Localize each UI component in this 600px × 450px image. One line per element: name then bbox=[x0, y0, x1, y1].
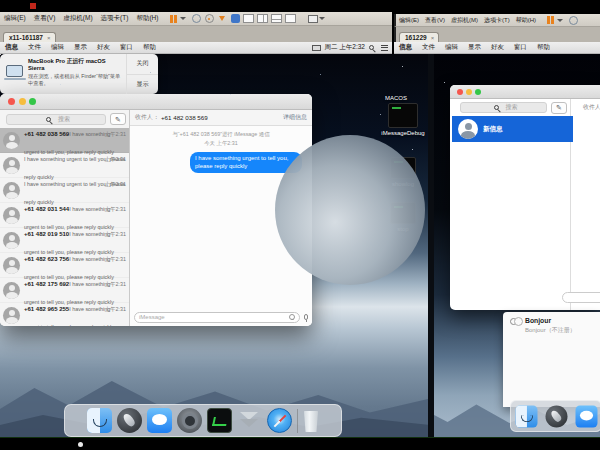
menu-edit[interactable]: 编辑(E) bbox=[4, 14, 26, 23]
menu-view[interactable]: 查看(V) bbox=[34, 14, 56, 23]
tab-close-icon[interactable]: × bbox=[431, 35, 435, 41]
snapshot-take-icon[interactable] bbox=[218, 14, 227, 23]
avatar bbox=[3, 307, 20, 324]
finder-icon[interactable] bbox=[87, 408, 112, 433]
search-input[interactable]: 搜索 bbox=[6, 114, 106, 125]
launchpad-icon[interactable] bbox=[117, 408, 142, 433]
notification-show-button[interactable]: 显示 bbox=[127, 75, 158, 95]
safari-icon[interactable] bbox=[267, 408, 292, 433]
menubar-buddies[interactable]: 好友 bbox=[491, 43, 504, 52]
notification-center-icon[interactable] bbox=[381, 45, 388, 51]
display-menu-icon[interactable] bbox=[312, 45, 321, 51]
pause-button[interactable] bbox=[547, 16, 554, 24]
titlebar[interactable] bbox=[450, 85, 600, 99]
recording-indicator bbox=[30, 3, 36, 9]
avatar bbox=[3, 207, 20, 224]
vm-tab[interactable]: x11-161187 × bbox=[3, 32, 56, 42]
minimize-window-icon[interactable] bbox=[19, 98, 26, 105]
menu-vm[interactable]: 虚拟机(M) bbox=[63, 14, 92, 23]
notification-title: MacBook Pro 正运行 macOS Sierra bbox=[28, 58, 123, 72]
menubar-file[interactable]: 文件 bbox=[28, 43, 41, 52]
row-number: +61 482 965 255 bbox=[24, 306, 69, 312]
menu-edit[interactable]: 编辑(E) bbox=[399, 16, 419, 25]
system-preferences-icon[interactable] bbox=[177, 408, 202, 433]
message-input[interactable] bbox=[562, 292, 600, 303]
pause-dropdown-icon[interactable] bbox=[557, 19, 563, 22]
menu-view[interactable]: 查看(V) bbox=[425, 16, 445, 25]
search-input[interactable]: 搜索 bbox=[460, 102, 547, 113]
menu-tabs[interactable]: 选项卡(T) bbox=[484, 16, 510, 25]
fullscreen-dropdown-icon[interactable] bbox=[319, 17, 325, 20]
zoom-window-icon[interactable] bbox=[29, 98, 36, 105]
console-view-icon[interactable] bbox=[243, 14, 254, 23]
avatar bbox=[458, 119, 478, 139]
zoom-window-icon[interactable] bbox=[475, 89, 481, 95]
library-view-icon[interactable] bbox=[285, 14, 296, 23]
menubar-file[interactable]: 文件 bbox=[422, 43, 435, 52]
trash-icon[interactable] bbox=[303, 411, 319, 432]
messages-icon[interactable] bbox=[575, 405, 597, 427]
conversation-title: 新信息 bbox=[483, 125, 503, 134]
emoji-icon[interactable] bbox=[289, 314, 295, 320]
menu-help[interactable]: 帮助(H) bbox=[136, 14, 158, 23]
menubar-edit[interactable]: 编辑 bbox=[445, 43, 458, 52]
thumbnail-bar-icon[interactable] bbox=[271, 14, 282, 23]
toolbar-icon[interactable] bbox=[569, 16, 578, 25]
avatar bbox=[3, 257, 20, 274]
details-button[interactable]: 详细信息 bbox=[283, 113, 307, 122]
menubar-window[interactable]: 窗口 bbox=[514, 43, 527, 52]
row-time: 上午2:31 bbox=[105, 156, 126, 163]
menubar-view[interactable]: 显示 bbox=[468, 43, 481, 52]
row-time: 上午2:31 bbox=[105, 206, 126, 213]
top-black-strip bbox=[0, 0, 600, 12]
vm-tab[interactable]: 161229 × bbox=[399, 32, 439, 42]
menu-vm[interactable]: 虚拟机(M) bbox=[451, 16, 478, 25]
search-placeholder: 搜索 bbox=[58, 115, 70, 124]
compose-button[interactable]: ✎ bbox=[110, 113, 126, 125]
menubar-buddies[interactable]: 好友 bbox=[97, 43, 110, 52]
minimize-window-icon[interactable] bbox=[466, 89, 472, 95]
pause-dropdown-icon[interactable] bbox=[180, 17, 186, 20]
conversation-row[interactable]: +61 482 965 255I have something urgent t… bbox=[0, 303, 129, 326]
to-label: 收件人： bbox=[135, 113, 159, 122]
menu-help[interactable]: 帮助(H) bbox=[516, 16, 536, 25]
notification-close-button[interactable]: 关闭 bbox=[127, 54, 158, 75]
titlebar[interactable] bbox=[0, 94, 312, 110]
spotlight-icon[interactable] bbox=[369, 45, 374, 50]
close-window-icon[interactable] bbox=[457, 89, 463, 95]
desktop-icon-imessagedebug[interactable] bbox=[388, 103, 418, 128]
bonjour-status: Bonjour（不注册） bbox=[525, 326, 576, 335]
menubar-view[interactable]: 显示 bbox=[74, 43, 87, 52]
snapshot-manager-icon[interactable] bbox=[205, 14, 214, 23]
desktop-icon-macos-disk[interactable]: MACOS bbox=[366, 95, 426, 101]
microphone-icon[interactable] bbox=[304, 314, 308, 320]
message-input[interactable]: iMessage bbox=[134, 312, 300, 323]
launchpad-icon[interactable] bbox=[545, 405, 567, 427]
pause-button[interactable] bbox=[170, 15, 177, 23]
menubar-messages[interactable]: 信息 bbox=[399, 43, 412, 52]
menubar-clock[interactable]: 周二 上午2:32 bbox=[325, 43, 365, 52]
notification-banner[interactable]: MacBook Pro 正运行 macOS Sierra 现在浏览，或者稍后从 … bbox=[0, 54, 158, 94]
messages-icon[interactable] bbox=[147, 408, 172, 433]
menubar-edit[interactable]: 编辑 bbox=[51, 43, 64, 52]
tab-close-icon[interactable]: × bbox=[47, 35, 51, 41]
unity-mode-icon[interactable] bbox=[231, 14, 240, 23]
vm-tab-label: x11-161187 bbox=[9, 34, 43, 41]
compose-button[interactable]: ✎ bbox=[551, 102, 567, 114]
downloads-stack-icon[interactable] bbox=[237, 408, 262, 433]
menubar-help[interactable]: 帮助 bbox=[537, 43, 550, 52]
snapshot-revert-icon[interactable] bbox=[192, 14, 201, 23]
menubar-help[interactable]: 帮助 bbox=[143, 43, 156, 52]
fullscreen-icon[interactable] bbox=[308, 15, 318, 23]
menubar-messages[interactable]: 信息 bbox=[5, 43, 18, 52]
finder-icon[interactable] bbox=[515, 405, 537, 427]
menu-tabs[interactable]: 选项卡(T) bbox=[101, 14, 129, 23]
bottom-dot bbox=[78, 442, 83, 447]
split-view-icon[interactable] bbox=[257, 14, 268, 23]
conversation-row-new-message[interactable]: 新信息 bbox=[452, 116, 573, 142]
menubar-window[interactable]: 窗口 bbox=[120, 43, 133, 52]
desktop-icon-imessagedebug-label[interactable]: iMessageDebug bbox=[358, 130, 430, 136]
terminal-icon[interactable] bbox=[207, 408, 232, 433]
close-window-icon[interactable] bbox=[8, 98, 15, 105]
avatar bbox=[3, 157, 20, 174]
